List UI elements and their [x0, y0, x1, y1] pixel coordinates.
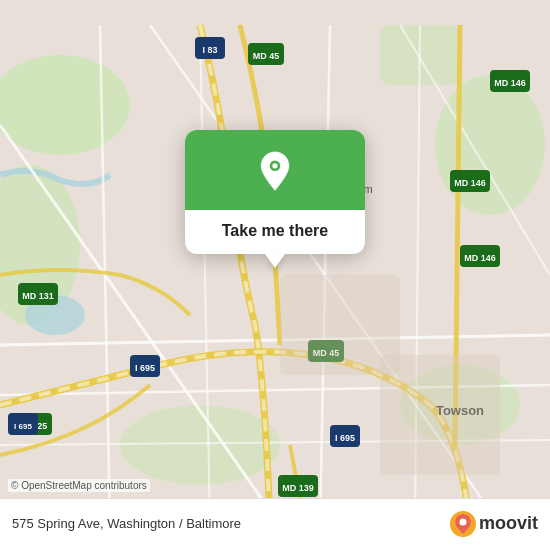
popup-header: [185, 130, 365, 210]
svg-text:MD 139: MD 139: [282, 483, 314, 493]
svg-text:I 695: I 695: [335, 433, 355, 443]
popup-body[interactable]: Take me there: [185, 210, 365, 254]
svg-point-53: [459, 518, 466, 525]
svg-text:I 695: I 695: [135, 363, 155, 373]
copyright-text: © OpenStreetMap contributors: [8, 479, 150, 492]
svg-rect-49: [380, 355, 500, 475]
popup-card: Take me there: [185, 130, 365, 254]
svg-text:MD 146: MD 146: [494, 78, 526, 88]
moovit-text: moovit: [479, 513, 538, 534]
moovit-logo: moovit: [449, 510, 538, 538]
svg-text:I 83: I 83: [202, 45, 217, 55]
svg-point-51: [272, 163, 277, 168]
svg-text:MD 131: MD 131: [22, 291, 54, 301]
svg-point-3: [435, 75, 545, 215]
svg-point-6: [120, 405, 280, 485]
map-background: I 83 I 83 MD 45 MD 146 MD 146 MD 146 MD …: [0, 0, 550, 550]
svg-text:MD 146: MD 146: [454, 178, 486, 188]
svg-text:MD 146: MD 146: [464, 253, 496, 263]
moovit-logo-icon: [449, 510, 477, 538]
address-label: 575 Spring Ave, Washington / Baltimore: [12, 516, 241, 531]
location-pin-icon: [253, 150, 297, 194]
bottom-bar: 575 Spring Ave, Washington / Baltimore m…: [0, 498, 550, 550]
take-me-there-button[interactable]: Take me there: [222, 222, 328, 239]
svg-text:I 695: I 695: [14, 422, 32, 431]
svg-text:MD 45: MD 45: [253, 51, 280, 61]
popup-tail: [265, 254, 285, 268]
map-container: I 83 I 83 MD 45 MD 146 MD 146 MD 146 MD …: [0, 0, 550, 550]
